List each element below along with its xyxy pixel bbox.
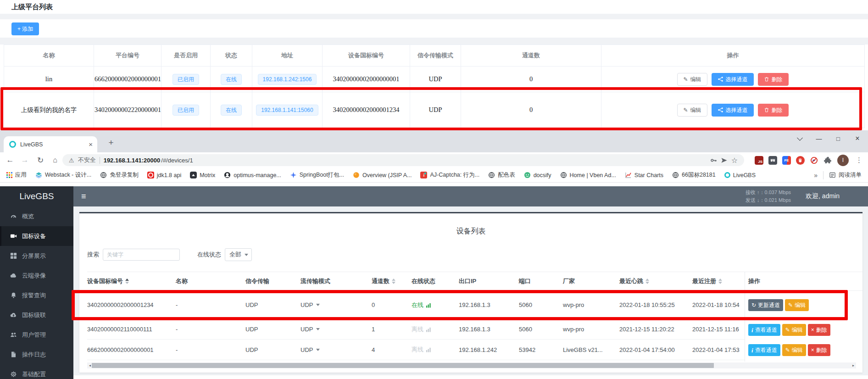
refresh-icon: ↻ [751,302,756,308]
share-icon [718,76,723,82]
online-status-link[interactable]: 离线 [412,325,431,334]
sidebar-item-operation-log[interactable]: 操作日志 [0,345,73,364]
stream-mode-dropdown[interactable]: UDP [300,346,320,353]
online-status-link[interactable]: 离线 [412,346,431,354]
platform-list-page: 上级平台列表 + 添加 名称 平台编号 是否启用 状态 地址 设备国标编号 信令… [0,0,868,130]
sidebar-item-split-screen[interactable]: 分屏展示 [0,246,73,266]
update-channels-button[interactable]: ↻更新通道 [748,299,783,311]
tab-close-icon[interactable]: × [89,140,93,148]
bookmark-livegbs[interactable]: LiveGBS [724,172,756,178]
select-channel-button[interactable]: 选择通道 [712,104,754,117]
status-badge: 在线 [221,74,242,85]
address-badge: 192.168.1.242:1506 [258,74,317,85]
delete-device-button[interactable]: ×删除 [808,324,830,336]
bookmark-aj-captcha[interactable]: iAJ-Captcha: 行为... [420,171,479,179]
filter-row: 搜索 在线状态 全部 [87,248,252,261]
home-icon[interactable]: ⌂ [49,152,61,168]
sidebar-item-basic-config[interactable]: 基础配置 [0,364,73,379]
new-tab-button[interactable]: + [105,136,117,149]
reload-icon[interactable]: ↻ [34,152,47,168]
delete-button[interactable]: 删除 [758,104,789,117]
col-channels[interactable]: 通道数 [372,277,412,285]
maximize-button[interactable]: □ [831,132,845,145]
welcome-user[interactable]: 欢迎, admin [806,186,840,206]
bookmark-docsify[interactable]: docsify [524,172,551,178]
device-row-highlighted[interactable]: 34020000002000001234 - UDP UDP 0 在线 192.… [87,291,856,319]
bookmark-color-table[interactable]: 配色表 [488,171,515,179]
edit-device-button[interactable]: ✎编辑 [782,324,806,336]
hamburger-menu-icon[interactable]: ≡ [81,186,86,206]
online-status-select[interactable]: 全部 [225,248,252,261]
bookmark-vben-home[interactable]: Home | Vben Ad... [560,172,616,178]
close-window-button[interactable]: × [851,132,864,145]
platform-table-header: 名称 平台编号 是否启用 状态 地址 设备国标编号 信令传输模式 通道数 操作 [4,45,865,67]
search-input[interactable] [103,249,180,261]
adblock-extension-icon[interactable] [810,156,818,165]
scrollbar-thumb[interactable] [92,363,714,368]
bookmark-github-optimus[interactable]: optimus-manage... [224,172,281,178]
incognito-extension-icon[interactable] [768,156,777,165]
horizontal-scrollbar[interactable]: ◂ ▸ [87,362,856,368]
blocker-hand-extension-icon[interactable] [796,156,805,165]
minimize-button[interactable]: — [812,132,826,145]
bookmarks-overflow-icon[interactable]: » [814,172,818,179]
password-key-icon[interactable] [710,157,717,164]
device-row[interactable]: 66620000002000000001 - UDP UDP 4 离线 192.… [87,340,856,360]
view-channels-button[interactable]: i查看通道 [748,324,780,336]
sidebar-item-user-management[interactable]: 用户管理 [0,325,73,345]
scroll-right-icon[interactable]: ▸ [851,362,856,368]
browser-tab[interactable]: LiveGBS × [4,136,97,152]
stream-mode-dropdown[interactable]: UDP [300,326,320,333]
edit-device-button[interactable]: ✎编辑 [782,344,806,356]
stream-mode-dropdown[interactable]: UDP [300,301,320,308]
sidebar-item-gb-devices[interactable]: 国标设备 [0,226,73,246]
back-icon[interactable]: ← [4,152,17,168]
sidebar-item-gb-cascade[interactable]: 国标级联 [0,305,73,325]
extensions-area: JS FE I ⋮ [755,152,864,168]
view-channels-button[interactable]: i查看通道 [748,344,780,356]
bar-chart-icon [426,302,431,308]
forward-icon[interactable]: → [18,152,31,168]
delete-device-button[interactable]: ×删除 [808,344,830,356]
apps-shortcut[interactable]: 应用 [6,171,27,179]
fe-extension-icon[interactable]: FE [782,156,791,165]
search-label: 搜索 [87,251,99,259]
address-bar[interactable]: ⚠ 不安全 192.168.1.141:20000/#/devices/1 ☆ [62,154,744,166]
bookmark-motrix[interactable]: Motrix [190,172,215,178]
device-row[interactable]: 34020000002110000111 - UDP UDP 1 离线 192.… [87,319,856,340]
bookmark-springboot[interactable]: SpringBoot打包... [290,171,344,179]
bookmark-gb28181[interactable]: 66国标28181 [672,171,716,179]
bookmark-star-charts[interactable]: Star Charts [625,172,663,178]
profile-avatar[interactable]: I [837,155,849,166]
sidebar-item-alarm-query[interactable]: 报警查询 [0,285,73,305]
bookmark-star-icon[interactable]: ☆ [731,156,738,165]
extensions-puzzle-icon[interactable] [823,156,832,165]
edit-button[interactable]: ✎编辑 [677,73,707,86]
bookmark-overview-jsip[interactable]: Overview (JSIP A... [353,172,412,178]
sidebar-item-overview[interactable]: 概览 [0,206,73,226]
edit-button[interactable]: ✎编辑 [677,104,707,117]
online-status-link[interactable]: 在线 [412,301,431,309]
bookmark-nologin-copy[interactable]: 免登录复制 [100,171,139,179]
app-logo[interactable]: LiveGBS [0,186,73,206]
tab-search-chevron-icon[interactable] [793,132,807,145]
col-gb-id[interactable]: 设备国标编号 [87,277,176,285]
add-button[interactable]: + 添加 [11,22,39,35]
share-icon [718,107,723,113]
tab-title: LiveGBS [20,141,84,148]
send-to-device-icon[interactable] [721,157,728,164]
col-enabled: 是否启用 [161,45,211,67]
delete-button[interactable]: 删除 [758,73,789,86]
security-label[interactable]: 不安全 [78,156,96,164]
bookmark-jdk-api[interactable]: jdk1.8 api [147,172,182,178]
cell-channels: 0 [461,67,601,92]
reading-list-button[interactable]: 阅读清单 [829,171,862,179]
col-heartbeat[interactable]: 最近心跳 [619,277,692,285]
edit-device-button[interactable]: ✎编辑 [785,299,809,311]
divider [0,14,868,19]
browser-menu-icon[interactable]: ⋮ [854,156,864,164]
select-channel-button[interactable]: 选择通道 [712,73,754,86]
sidebar-item-cloud-recording[interactable]: 云端录像 [0,266,73,285]
js-extension-icon[interactable]: JS [755,156,763,165]
bookmark-webstack[interactable]: Webstack - 设计... [35,171,91,179]
